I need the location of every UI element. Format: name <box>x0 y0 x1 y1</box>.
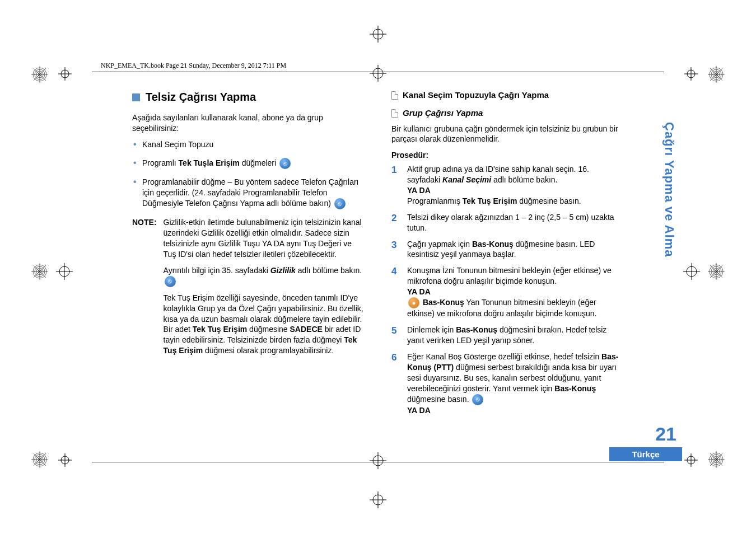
rosette-icon <box>31 451 48 468</box>
page-body: Telsiz Çağrısı Yapma Aşağıda sayılanları… <box>132 90 624 444</box>
list-text: Programlı <box>142 158 179 167</box>
rosette-icon <box>708 451 725 468</box>
radio-button-icon: ⎋ <box>279 158 291 169</box>
rosette-icon <box>31 263 48 280</box>
step-item: 5 Dinlemek için Bas-Konuş düğmesini bıra… <box>391 325 624 346</box>
subsection-heading: Kanal Seçim Topuzuyla Çağrı Yapma <box>391 90 624 101</box>
rosette-icon <box>31 66 48 83</box>
step-number: 5 <box>391 325 400 346</box>
left-column: Telsiz Çağrısı Yapma Aşağıda sayılanları… <box>132 90 365 444</box>
step-number: 1 <box>391 164 400 207</box>
step-item: 4 Konuşma İzni Tonunun bitmesini bekleyi… <box>391 265 624 319</box>
radio-button-icon: ⎋ <box>165 276 176 287</box>
page-icon <box>391 109 398 118</box>
step-body: Aktif grup adına ya da ID'sine sahip kan… <box>407 164 624 207</box>
step-item: 1 Aktif grup adına ya da ID'sine sahip k… <box>391 164 624 207</box>
side-section-label: Çağrı Yapma ve Alma <box>662 111 676 257</box>
registration-target-icon <box>683 263 700 280</box>
step-number: 2 <box>391 212 400 233</box>
selection-methods-list: Kanal Seçim Topuzu Programlı Tek Tuşla E… <box>132 139 365 209</box>
subsection-title: Kanal Seçim Topuzuyla Çağrı Yapma <box>403 90 549 101</box>
registration-target-icon <box>370 452 386 469</box>
procedure-label: Prosedür: <box>391 150 624 161</box>
step-body: Eğer Kanal Boş Gösterge özelliği etkinse… <box>407 352 624 416</box>
note-block: NOTE: Gizlilik-etkin iletimde bulunabilm… <box>132 217 365 362</box>
intro-text: Aşağıda sayılanları kullanarak kanal, ab… <box>132 113 365 134</box>
step-item: 2 Telsizi dikey olarak ağzınızdan 1 – 2 … <box>391 212 624 233</box>
note-paragraph: Ayrıntılı bilgi için 35. sayfadaki Gizli… <box>164 265 365 287</box>
section-title: Telsiz Çağrısı Yapma <box>146 90 256 105</box>
section-heading: Telsiz Çağrısı Yapma <box>132 90 365 105</box>
step-body: Telsizi dikey olarak ağzınızdan 1 – 2 in… <box>407 212 624 233</box>
crop-mark-icon <box>58 67 72 81</box>
ptt-icon: ● <box>408 297 419 308</box>
registration-target-icon <box>370 26 386 43</box>
registration-target-icon <box>370 65 386 82</box>
note-paragraph: Tek Tuş Erişim özelliği sayesinde, önced… <box>164 293 365 356</box>
crop-mark-icon <box>684 67 698 81</box>
step-body: Çağrı yapmak için Bas-Konuş düğmesine ba… <box>407 239 624 260</box>
side-tab: Çağrı Yapma ve Alma <box>662 111 682 447</box>
note-paragraph: Gizlilik-etkin iletimde bulunabilmeniz i… <box>164 217 365 260</box>
list-item: Programlı Tek Tuşla Erişim düğmeleri ⎋ <box>132 158 365 169</box>
page-number: 21 <box>609 423 682 445</box>
subsection-title: Grup Çağrısı Yapma <box>403 107 483 119</box>
paragraph: Bir kullanıcı grubuna çağrı göndermek iç… <box>391 124 624 145</box>
note-label: NOTE: <box>132 217 157 362</box>
list-item: Kanal Seçim Topuzu <box>132 139 365 150</box>
subsection-heading: Grup Çağrısı Yapma <box>391 107 624 119</box>
note-body: Gizlilik-etkin iletimde bulunabilmeniz i… <box>164 217 365 362</box>
list-item: Programlanabilir düğme – Bu yöntem sadec… <box>132 177 365 209</box>
section-bullet-icon <box>132 93 140 101</box>
registration-target-icon <box>56 263 73 280</box>
page-icon <box>391 91 398 100</box>
running-head: NKP_EMEA_TK.book Page 21 Sunday, Decembe… <box>101 62 286 70</box>
rosette-icon <box>708 263 725 280</box>
registration-target-icon <box>370 491 386 508</box>
step-body: Konuşma İzni Tonunun bitmesini bekleyin … <box>407 265 624 319</box>
radio-button-icon: ⎋ <box>472 394 483 405</box>
step-item: 6 Eğer Kanal Boş Gösterge özelliği etkin… <box>391 352 624 416</box>
list-text: Kanal Seçim Topuzu <box>142 140 213 149</box>
rosette-icon <box>708 66 725 83</box>
procedure-steps: 1 Aktif grup adına ya da ID'sine sahip k… <box>391 164 624 416</box>
step-number: 3 <box>391 239 400 260</box>
step-number: 4 <box>391 265 400 319</box>
step-body: Dinlemek için Bas-Konuş düğmesini bırakı… <box>407 325 624 346</box>
list-text: düğmeleri <box>240 158 276 167</box>
radio-button-icon: ⎋ <box>334 198 346 209</box>
crop-mark-icon <box>58 453 72 467</box>
step-number: 6 <box>391 352 400 416</box>
step-item: 3 Çağrı yapmak için Bas-Konuş düğmesine … <box>391 239 624 260</box>
crop-mark-icon <box>684 453 698 467</box>
list-text: Programlanabilir düğme – Bu yöntem sadec… <box>142 177 359 208</box>
list-text-bold: Tek Tuşla Erişim <box>179 158 240 167</box>
language-tab: Türkçe <box>609 447 682 461</box>
side-footer: 21 Türkçe <box>609 423 682 461</box>
right-column: Kanal Seçim Topuzuyla Çağrı Yapma Grup Ç… <box>391 90 624 444</box>
